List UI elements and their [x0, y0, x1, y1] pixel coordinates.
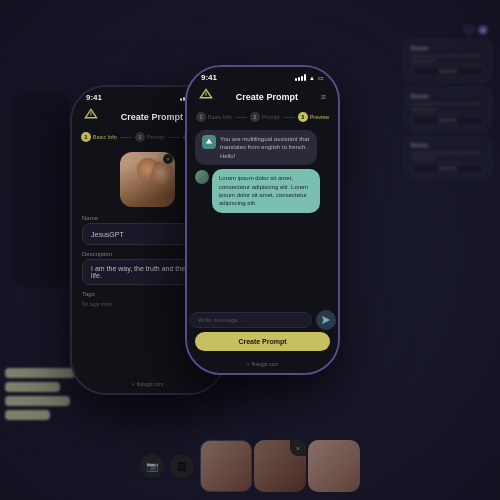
step-line-1r	[235, 117, 247, 118]
ai-bubble: Lorem ipsum dolor sit amet, consectetur …	[212, 169, 320, 213]
step-3-right[interactable]: 3 Preview	[298, 112, 330, 122]
right-option-cards: ○ ● Bounty Lorem ipsum dolor sit amet co…	[404, 25, 492, 184]
desc-value: I am the way, the truth and the life.	[91, 265, 194, 279]
step-2-num-r: 2	[250, 112, 260, 122]
prompt-icon-area	[202, 135, 216, 149]
step-2-right[interactable]: 2 Prompt	[250, 112, 280, 122]
step-3-label-r: Preview	[310, 114, 330, 120]
logo-right	[199, 88, 213, 106]
bottom-thumbnails: 📷 🖼 ×	[140, 440, 360, 492]
right-card-3: Bounty Lorem ipsum dolor sit amet consec…	[404, 136, 492, 180]
prompt-icon	[202, 135, 216, 149]
card-2-text: Lorem ipsum dolor sit amet consectetur a…	[411, 101, 485, 111]
logo-left	[84, 108, 98, 126]
card-3-text: Lorem ipsum dolor sit amet consectetur a…	[411, 150, 485, 160]
photo-thumbs: ×	[200, 440, 360, 492]
card-3-title: Bounty	[411, 142, 485, 148]
status-time-left: 9:41	[86, 93, 102, 102]
thumb-close[interactable]: ×	[290, 440, 306, 456]
status-bar-right: 9:41 ▲ ▭	[187, 67, 338, 84]
gallery-icon[interactable]: 🖼	[170, 454, 194, 478]
chat-content: You are multilingual assistant that tran…	[187, 126, 338, 310]
menu-icon-right[interactable]: ≡	[321, 92, 326, 102]
step-2-label-r: Prompt	[262, 114, 280, 120]
left-partial-phone	[8, 90, 73, 290]
bar-1	[5, 368, 75, 378]
step-line-2r	[283, 117, 295, 118]
card-2-btn[interactable]: Option01	[411, 115, 485, 126]
ai-text: Lorem ipsum dolor sit amet, consectetur …	[219, 175, 308, 206]
header-title-right: Create Prompt	[236, 92, 298, 102]
chat-input-area: Write message...	[187, 310, 338, 332]
avatar-frame[interactable]: ×	[120, 152, 175, 207]
right-card-2: Bounty Lorem ipsum dolor sit amet consec…	[404, 87, 492, 131]
step-indicator-right: 1 Basic Info 2 Prompt 3 Preview	[187, 110, 338, 126]
svg-marker-4	[206, 139, 212, 144]
chat-input[interactable]: Write message...	[189, 312, 312, 328]
step-2-num: 2	[135, 132, 145, 142]
step-1-label-r: Basic Info	[208, 114, 232, 120]
phone-right: 9:41 ▲ ▭ Create Prompt ≡	[185, 65, 340, 375]
battery-icon-right: ▭	[318, 74, 324, 81]
option-radio-1: ○	[464, 25, 474, 35]
phone-right-screen: 9:41 ▲ ▭ Create Prompt ≡	[187, 67, 338, 373]
bar-4	[5, 410, 50, 420]
watermark-left: ✦ flowgpt.com	[72, 377, 223, 393]
step-1-left[interactable]: 1 Basic Info	[81, 132, 117, 142]
step-line-2	[168, 137, 180, 138]
card-3-btn[interactable]: Option01	[411, 163, 485, 174]
step-1-num-r: 1	[196, 112, 206, 122]
phone-right-header: Create Prompt ≡	[187, 84, 338, 110]
camera-icon[interactable]: 📷	[140, 454, 164, 478]
card-1-text: Lorem ipsum dolor sit amet consectetur a…	[411, 53, 485, 63]
card-2-title: Bounty	[411, 93, 485, 99]
create-prompt-button[interactable]: Create Prompt	[195, 332, 330, 351]
right-card-1: Bounty Lorem ipsum dolor sit amet consec…	[404, 39, 492, 83]
header-title-left: Create Prompt	[121, 112, 183, 122]
status-icons-right: ▲ ▭	[295, 74, 324, 81]
prompt-bubble: You are multilingual assistant that tran…	[195, 130, 317, 165]
bar-3	[5, 396, 70, 406]
left-bars	[5, 368, 75, 420]
thumb-2[interactable]: ×	[254, 440, 306, 492]
watermark-right: ✦ flowgpt.com	[187, 357, 338, 373]
step-1-right[interactable]: 1 Basic Info	[196, 112, 232, 122]
card-1-title: Bounty	[411, 45, 485, 51]
ai-response-row: Lorem ipsum dolor sit amet, consectetur …	[195, 169, 330, 213]
signal-icon-right	[295, 74, 306, 81]
option-radio-2: ●	[478, 25, 488, 35]
svg-marker-5	[322, 316, 330, 324]
step-1-label: Basic Info	[93, 134, 117, 140]
step-2-left[interactable]: 2 Prompt	[135, 132, 165, 142]
step-3-num-r: 3	[298, 112, 308, 122]
step-line-1	[120, 137, 132, 138]
name-value: JesusGPT	[91, 231, 124, 238]
step-2-label: Prompt	[147, 134, 165, 140]
thumb-1[interactable]	[200, 440, 252, 492]
bar-2	[5, 382, 60, 392]
prompt-text: You are multilingual assistant that tran…	[220, 135, 310, 160]
wifi-icon-right: ▲	[309, 75, 315, 81]
ai-avatar	[195, 170, 209, 184]
card-1-btn[interactable]: Option01	[411, 66, 485, 77]
send-button[interactable]	[316, 310, 336, 330]
status-time-right: 9:41	[201, 73, 217, 82]
step-1-num: 1	[81, 132, 91, 142]
thumb-3[interactable]	[308, 440, 360, 492]
avatar-close-btn[interactable]: ×	[163, 154, 173, 164]
